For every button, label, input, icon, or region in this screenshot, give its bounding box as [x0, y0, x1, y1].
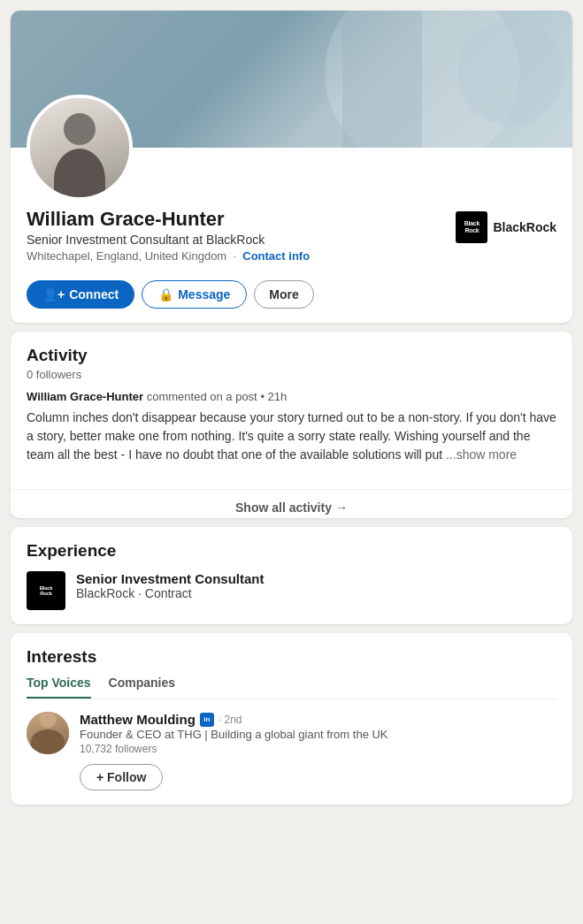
- experience-role: Senior Investment Consultant: [76, 571, 265, 586]
- interest-person-avatar: [27, 712, 69, 754]
- location-text: Whitechapel, England, United Kingdom: [27, 249, 226, 263]
- activity-section: Activity 0 followers William Grace-Hunte…: [11, 332, 572, 478]
- tab-companies[interactable]: Companies: [109, 676, 175, 699]
- avatar[interactable]: [27, 95, 133, 201]
- contact-info-link[interactable]: Contact info: [242, 249, 310, 263]
- avatar-silhouette: [49, 113, 111, 197]
- interests-card: Interests Top Voices Companies Matthew M…: [11, 633, 572, 805]
- profile-info: William Grace-Hunter Senior Investment C…: [11, 201, 572, 323]
- avatar-body: [54, 149, 105, 197]
- interests-section: Interests Top Voices Companies Matthew M…: [11, 633, 572, 805]
- interest-person-info: Matthew Moulding in · 2nd Founder & CEO …: [80, 712, 388, 790]
- avatar-placeholder: [30, 98, 129, 197]
- show-all-arrow: →: [335, 500, 348, 515]
- interests-tabs: Top Voices Companies: [27, 676, 556, 699]
- activity-card: Activity 0 followers William Grace-Hunte…: [11, 332, 572, 518]
- activity-time: 21h: [268, 390, 288, 403]
- profile-location: Whitechapel, England, United Kingdom · C…: [27, 249, 310, 263]
- linkedin-badge: in: [200, 713, 214, 727]
- connect-button[interactable]: 👤+ Connect: [27, 280, 134, 309]
- experience-title: Experience: [27, 541, 556, 561]
- profile-top-row: William Grace-Hunter Senior Investment C…: [27, 208, 556, 271]
- interest-person-followers: 10,732 followers: [80, 743, 388, 755]
- activity-author-line: William Grace-Hunter commented on a post…: [27, 390, 556, 403]
- show-all-activity-link[interactable]: Show all activity →: [235, 500, 348, 515]
- connect-icon: 👤+: [42, 287, 65, 302]
- interest-person: Matthew Moulding in · 2nd Founder & CEO …: [27, 712, 556, 790]
- message-button[interactable]: 🔒 Message: [142, 280, 247, 309]
- interest-person-name: Matthew Moulding: [80, 712, 196, 727]
- profile-name-section: William Grace-Hunter Senior Investment C…: [27, 208, 310, 271]
- interest-person-name-row: Matthew Moulding in · 2nd: [80, 712, 388, 727]
- degree-badge: · 2nd: [219, 714, 242, 726]
- company-name: BlackRock: [493, 220, 556, 234]
- profile-title: Senior Investment Consultant at BlackRoc…: [27, 233, 310, 247]
- company-logo: BlackRock: [456, 211, 487, 243]
- linkedin-badge-text: in: [203, 715, 210, 723]
- exp-logo-text: BlackRock: [40, 585, 53, 596]
- action-buttons: 👤+ Connect 🔒 Message More: [27, 280, 556, 309]
- connect-label: Connect: [69, 287, 119, 302]
- experience-item: BlackRock Senior Investment Consultant B…: [27, 571, 556, 610]
- experience-card: Experience BlackRock Senior Investment C…: [11, 527, 572, 624]
- tab-top-voices[interactable]: Top Voices: [27, 676, 91, 699]
- message-label: Message: [178, 287, 230, 302]
- activity-title: Activity: [27, 346, 556, 365]
- activity-text: Column inches don't disappear because yo…: [27, 409, 556, 464]
- show-all-activity-container: Show all activity →: [11, 489, 572, 518]
- show-all-label: Show all activity: [235, 500, 332, 515]
- profile-avatar-wrapper: [11, 95, 572, 201]
- activity-author-name: William Grace-Hunter: [27, 390, 143, 403]
- follow-button[interactable]: + Follow: [80, 764, 163, 790]
- activity-action-text: commented on a post: [147, 390, 257, 403]
- company-badge: BlackRock BlackRock: [456, 211, 556, 243]
- activity-separator: •: [260, 390, 267, 403]
- lock-icon: 🔒: [158, 287, 173, 302]
- interest-person-bio: Founder & CEO at THG | Building a global…: [80, 728, 388, 741]
- experience-company: BlackRock · Contract: [76, 586, 265, 600]
- experience-details: Senior Investment Consultant BlackRock ·…: [76, 571, 265, 600]
- avatar-head: [64, 113, 96, 145]
- show-more-text[interactable]: ...show more: [446, 447, 517, 462]
- experience-company-logo: BlackRock: [27, 571, 65, 610]
- more-button[interactable]: More: [254, 280, 313, 309]
- profile-card: William Grace-Hunter Senior Investment C…: [11, 11, 572, 323]
- experience-section: Experience BlackRock Senior Investment C…: [11, 527, 572, 624]
- interests-title: Interests: [27, 647, 556, 667]
- company-logo-text: BlackRock: [464, 220, 479, 233]
- profile-name: William Grace-Hunter: [27, 208, 310, 231]
- followers-count: 0 followers: [27, 368, 556, 381]
